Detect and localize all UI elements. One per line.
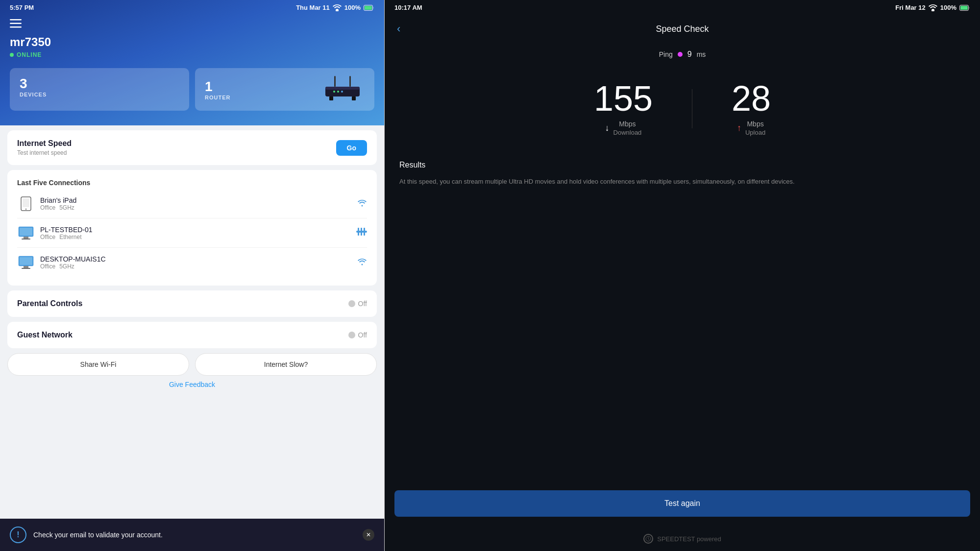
svg-rect-8: [325, 87, 360, 90]
device-meta-3: Office 5GHz: [40, 263, 357, 270]
give-feedback-link[interactable]: Give Feedback: [0, 381, 384, 388]
ping-bar: Ping 9 ms: [385, 43, 980, 66]
download-unit-row: ↓ Mbps Download: [594, 120, 653, 136]
back-button[interactable]: ‹: [394, 20, 403, 38]
svg-point-12: [337, 91, 339, 93]
router-illustration: [320, 76, 365, 103]
upload-arrow: ↑: [737, 123, 741, 133]
device-item[interactable]: Brian's iPad Office 5GHz: [17, 189, 367, 218]
date-right: Fri Mar 12: [895, 4, 925, 11]
upload-unit-info: Mbps Upload: [745, 120, 765, 136]
svg-rect-1: [365, 6, 372, 10]
svg-rect-22: [358, 228, 359, 231]
share-wifi-button[interactable]: Share Wi-Fi: [7, 353, 189, 376]
devices-count: 3: [20, 76, 179, 92]
wifi-icon-right: [929, 4, 937, 11]
speedtest-footer: SPEEDTEST powered: [385, 527, 980, 551]
device-info-1: Brian's iPad Office 5GHz: [40, 196, 357, 211]
spacer: [385, 197, 980, 480]
device-icon-desktop-2: [17, 254, 34, 271]
upload-unit-row: ↑ Mbps Upload: [732, 120, 771, 136]
svg-point-13: [341, 91, 343, 93]
svg-rect-18: [20, 228, 32, 236]
device-name-2: PL-TESTBED-01: [40, 226, 356, 234]
download-type: Download: [613, 129, 642, 136]
device-info-3: DESKTOP-MUAIS1C Office 5GHz: [40, 255, 357, 270]
stats-cards: 3 DEVICES 1 ROUTER: [0, 68, 384, 111]
svg-rect-30: [24, 266, 28, 268]
hamburger-menu[interactable]: [10, 19, 22, 30]
speedtest-logo-circle: [643, 534, 653, 544]
parental-controls-card[interactable]: Parental Controls Off: [7, 290, 377, 317]
upload-value: 28: [732, 81, 771, 116]
online-text: ONLINE: [17, 51, 42, 58]
svg-rect-24: [364, 228, 365, 231]
router-name: mr7350: [0, 30, 384, 51]
battery-icon-left: [364, 5, 374, 11]
router-stat-info: 1 ROUTER: [205, 79, 230, 100]
download-unit: Mbps: [613, 120, 642, 128]
download-value: 155: [594, 81, 653, 116]
header-top: [0, 15, 384, 30]
wifi-icon: [333, 4, 342, 11]
svg-point-11: [333, 91, 335, 93]
device-connection-3: 5GHz: [59, 263, 74, 270]
battery-left: 100%: [344, 4, 361, 11]
devices-card[interactable]: 3 DEVICES: [10, 68, 189, 111]
speed-check-title: Speed Check: [656, 24, 709, 34]
svg-rect-9: [329, 96, 333, 100]
internet-speed-card: Internet Speed Test internet speed Go: [7, 130, 377, 165]
svg-rect-6: [349, 76, 351, 87]
router-card[interactable]: 1 ROUTER: [195, 68, 374, 111]
guest-network-card[interactable]: Guest Network Off: [7, 322, 377, 348]
time-right: 10:17 AM: [394, 4, 422, 11]
svg-rect-33: [960, 6, 968, 10]
internet-speed-info: Internet Speed Test internet speed: [17, 139, 72, 156]
guest-network-status-text: Off: [358, 331, 367, 339]
guest-network-title: Guest Network: [17, 331, 73, 339]
test-again-button[interactable]: Test again: [394, 490, 970, 517]
battery-icon-right: [959, 5, 970, 11]
device-item[interactable]: DESKTOP-MUAIS1C Office 5GHz: [17, 248, 367, 277]
ethernet-connection-icon: [356, 228, 367, 238]
device-meta-2: Office Ethernet: [40, 234, 356, 240]
device-location-3: Office: [40, 263, 55, 270]
upload-speed: 28 ↑ Mbps Upload: [692, 81, 810, 136]
parental-controls-row: Parental Controls Off: [17, 299, 367, 308]
status-icons-left: Thu Mar 11 100%: [296, 4, 374, 11]
internet-slow-button[interactable]: Internet Slow?: [195, 353, 377, 376]
svg-rect-20: [22, 239, 30, 240]
svg-rect-15: [23, 198, 29, 207]
device-location-1: Office: [40, 204, 55, 211]
parental-controls-title: Parental Controls: [17, 299, 82, 308]
device-name-1: Brian's iPad: [40, 196, 357, 204]
ping-value: 9: [687, 50, 692, 59]
svg-rect-26: [361, 232, 362, 236]
svg-rect-29: [20, 257, 32, 265]
svg-rect-2: [10, 19, 22, 21]
device-icon-phone: [17, 195, 34, 212]
left-panel: 5:57 PM Thu Mar 11 100%: [0, 0, 385, 551]
last-connections-card: Last Five Connections Brian's iPad: [7, 170, 377, 286]
device-meta-1: Office 5GHz: [40, 204, 357, 211]
parental-controls-dot: [348, 300, 355, 307]
results-label: Results: [399, 161, 965, 169]
svg-rect-4: [10, 26, 22, 28]
notification-close-button[interactable]: ✕: [363, 529, 374, 541]
device-item[interactable]: PL-TESTBED-01 Office Ethernet: [17, 218, 367, 248]
notification-text: Check your email to validate your accoun…: [33, 531, 356, 539]
svg-point-16: [25, 208, 26, 210]
device-connection-1: 5GHz: [59, 204, 74, 211]
svg-rect-5: [334, 76, 336, 87]
results-section: Results At this speed, you can stream mu…: [385, 151, 980, 197]
notification-icon: !: [10, 527, 26, 543]
bottom-buttons: Share Wi-Fi Internet Slow?: [7, 353, 377, 376]
internet-speed-title: Internet Speed: [17, 139, 72, 148]
download-arrow: ↓: [605, 123, 610, 133]
download-speed: 155 ↓ Mbps Download: [555, 81, 692, 136]
download-unit-info: Mbps Download: [613, 120, 642, 136]
internet-speed-subtitle: Test internet speed: [17, 149, 72, 156]
go-button[interactable]: Go: [336, 140, 367, 156]
svg-rect-27: [364, 232, 365, 236]
right-panel: 10:17 AM Fri Mar 12 100% ‹ Speed Check P…: [385, 0, 980, 551]
